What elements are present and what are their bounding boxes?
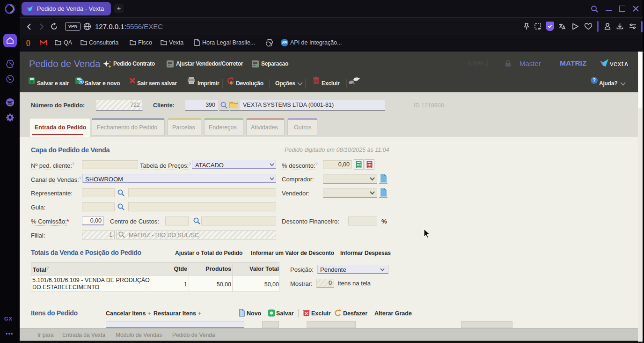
- svg-text:$: $: [230, 80, 233, 85]
